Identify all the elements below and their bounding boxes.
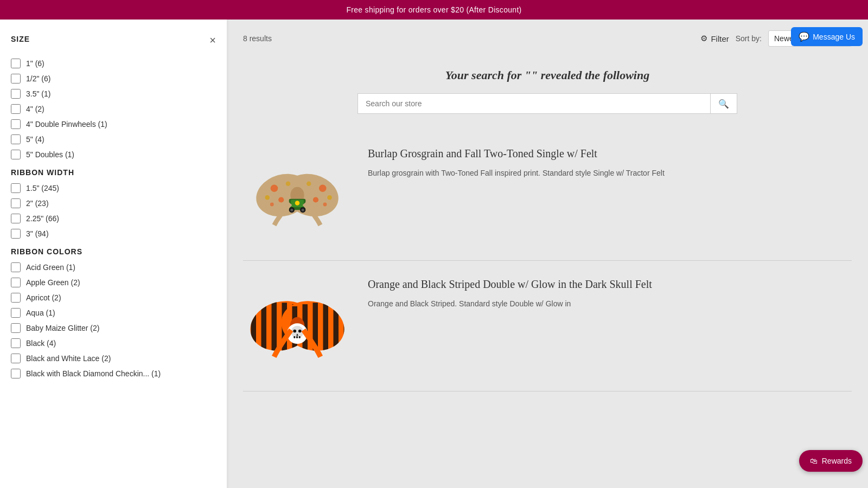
list-item: 1/2" (6) xyxy=(11,74,216,84)
ribbon-width-filter-group: 1.5" (245) 2" (23) 2.25" (66) 3" (94) xyxy=(11,183,216,239)
list-item: Black with Black Diamond Checkin... (1) xyxy=(11,369,216,378)
svg-point-11 xyxy=(323,203,327,207)
size-checkbox[interactable] xyxy=(11,89,21,99)
svg-point-8 xyxy=(313,197,318,202)
product-image-1[interactable] xyxy=(243,141,352,249)
list-item: Black (4) xyxy=(11,338,216,348)
svg-point-9 xyxy=(327,195,332,200)
list-item: 4" (2) xyxy=(11,104,216,114)
filter-button[interactable]: ⚙ Filter xyxy=(700,34,729,43)
size-checkbox[interactable] xyxy=(11,134,21,144)
filter-icon: ⚙ xyxy=(700,34,707,43)
list-item: 2.25" (66) xyxy=(11,214,216,223)
svg-rect-33 xyxy=(323,301,329,351)
ribbon-color-checkbox[interactable] xyxy=(11,293,21,303)
ribbon-color-filter-label: Aqua (1) xyxy=(26,309,55,317)
ribbon-color-checkbox[interactable] xyxy=(11,369,21,378)
ribbon-width-filter-label: 3" (94) xyxy=(26,229,49,238)
ribbon-color-filter-label: Apricot (2) xyxy=(26,293,61,302)
svg-point-4 xyxy=(265,195,270,200)
sort-label: Sort by: xyxy=(736,34,762,43)
message-us-label: Message Us xyxy=(813,33,855,41)
svg-point-39 xyxy=(293,330,296,333)
ribbon-width-checkbox[interactable] xyxy=(11,198,21,208)
search-input[interactable] xyxy=(358,94,710,113)
search-title: Your search for "" revealed the followin… xyxy=(243,68,852,82)
messenger-icon: 💬 xyxy=(799,31,809,42)
rewards-icon: 🛍 xyxy=(810,457,818,465)
ribbon-color-filter-label: Baby Maize Glitter (2) xyxy=(26,324,99,332)
ribbon-colors-filter-group: Acid Green (1) Apple Green (2) Apricot (… xyxy=(11,262,216,378)
size-checkbox[interactable] xyxy=(11,74,21,84)
ribbon-colors-section-title: RIBBON COLORS xyxy=(11,247,216,256)
list-item: Aqua (1) xyxy=(11,308,216,318)
size-checkbox[interactable] xyxy=(11,104,21,114)
svg-rect-22 xyxy=(251,305,257,352)
size-filter-label: 3.5" (1) xyxy=(26,89,50,98)
svg-rect-34 xyxy=(334,303,339,351)
main-content: 8 results ⚙ Filter Sort by: Newest Arriv… xyxy=(227,20,868,488)
list-item: Apricot (2) xyxy=(11,293,216,303)
results-count: 8 results xyxy=(243,34,272,43)
svg-point-17 xyxy=(302,209,304,211)
svg-point-15 xyxy=(290,209,293,211)
ribbon-color-checkbox[interactable] xyxy=(11,354,21,363)
ribbon-color-filter-label: Apple Green (2) xyxy=(26,278,80,287)
ribbon-color-checkbox[interactable] xyxy=(11,338,21,348)
svg-point-10 xyxy=(307,182,311,187)
size-filter-group: 1" (6) 1/2" (6) 3.5" (1) 4" (2) 4" Doubl… xyxy=(11,59,216,159)
svg-point-3 xyxy=(278,197,284,202)
filter-label: Filter xyxy=(711,34,729,43)
size-checkbox[interactable] xyxy=(11,150,21,159)
svg-point-6 xyxy=(270,203,274,207)
ribbon-width-filter-label: 2.25" (66) xyxy=(26,214,59,223)
product-title-1[interactable]: Burlap Grosgrain and Fall Two-Toned Sing… xyxy=(368,146,852,160)
list-item: 4" Double Pinwheels (1) xyxy=(11,119,216,129)
svg-point-40 xyxy=(298,330,302,333)
svg-rect-24 xyxy=(272,301,277,351)
svg-point-2 xyxy=(271,184,278,192)
search-bar: 🔍 xyxy=(358,93,737,114)
ribbon-width-checkbox[interactable] xyxy=(11,229,21,239)
ribbon-color-checkbox[interactable] xyxy=(11,308,21,318)
ribbon-color-checkbox[interactable] xyxy=(11,323,21,333)
ribbon-width-section-title: RIBBON WIDTH xyxy=(11,168,216,177)
ribbon-width-filter-label: 2" (23) xyxy=(26,199,49,208)
search-button[interactable]: 🔍 xyxy=(710,94,737,113)
list-item: Acid Green (1) xyxy=(11,262,216,272)
product-info-1: Burlap Grosgrain and Fall Two-Toned Sing… xyxy=(368,141,852,179)
product-description-2: Orange and Black Striped. Standard style… xyxy=(368,298,852,310)
ribbon-width-checkbox[interactable] xyxy=(11,183,21,193)
product-card-2: Orange and Black Striped Double w/ Glow … xyxy=(243,261,852,391)
rewards-label: Rewards xyxy=(822,457,852,465)
svg-point-19 xyxy=(295,201,300,206)
list-item: Apple Green (2) xyxy=(11,278,216,287)
ribbon-width-checkbox[interactable] xyxy=(11,214,21,223)
size-filter-label: 5" (4) xyxy=(26,135,44,144)
list-item: 5" (4) xyxy=(11,134,216,144)
ribbon-color-filter-label: Acid Green (1) xyxy=(26,263,75,272)
size-filter-label: 5" Doubles (1) xyxy=(26,150,74,159)
product-title-2[interactable]: Orange and Black Striped Double w/ Glow … xyxy=(368,277,852,291)
svg-point-7 xyxy=(319,184,327,192)
svg-rect-42 xyxy=(296,336,298,338)
list-item: 5" Doubles (1) xyxy=(11,150,216,159)
svg-rect-35 xyxy=(344,305,349,352)
product-description-1: Burlap grosgrain with Two-Toned Fall ins… xyxy=(368,167,852,179)
sidebar-panel: SIZE × 1" (6) 1/2" (6) 3.5" (1) 4" (2) 4… xyxy=(0,20,227,488)
size-checkbox[interactable] xyxy=(11,59,21,68)
ribbon-color-checkbox[interactable] xyxy=(11,262,21,272)
size-checkbox[interactable] xyxy=(11,119,21,129)
ribbon-color-filter-label: Black with Black Diamond Checkin... (1) xyxy=(26,369,161,378)
ribbon-color-filter-label: Black (4) xyxy=(26,339,56,348)
svg-point-5 xyxy=(286,182,291,187)
search-section: Your search for "" revealed the followin… xyxy=(227,57,868,130)
ribbon-color-checkbox[interactable] xyxy=(11,278,21,287)
product-image-2[interactable] xyxy=(243,272,352,380)
rewards-button[interactable]: 🛍 Rewards xyxy=(799,450,863,472)
message-us-button[interactable]: 💬 Message Us xyxy=(791,27,863,46)
svg-rect-41 xyxy=(293,336,295,338)
list-item: 1" (6) xyxy=(11,59,216,68)
close-sidebar-button[interactable]: × xyxy=(209,35,216,46)
size-filter-label: 1/2" (6) xyxy=(26,74,50,83)
